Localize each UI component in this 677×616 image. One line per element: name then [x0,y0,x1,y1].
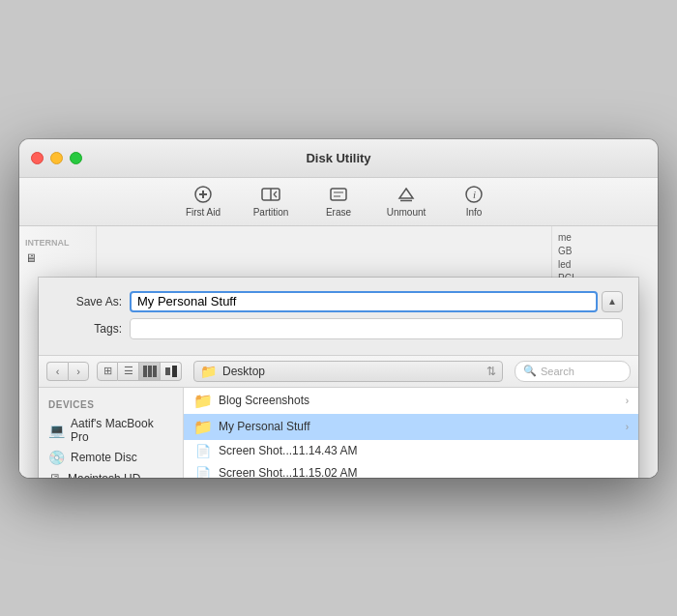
forward-button[interactable]: › [68,362,89,381]
toolbar-item-erase[interactable]: Erase [314,184,363,218]
tags-row: Tags: [54,318,623,339]
sidebar-item-macintosh-hd[interactable]: 🖥 Macintosh HD [39,468,183,478]
erase-label: Erase [326,207,351,218]
folder-blog-icon: 📁 [193,392,213,410]
file-name-my-personal-stuff: My Personal Stuff [219,420,620,433]
file-arrow-blog: › [626,396,629,406]
tags-label: Tags: [54,322,122,336]
save-as-label: Save As: [54,295,122,308]
toolbar: First Aid Partition Erase [19,178,658,226]
file-name-screenshot2: Screen Shot...11.15.02 AM [219,466,629,478]
disk-device-icon: 🖥 [25,251,37,265]
folder-icon: 📁 [200,364,217,379]
file-item-blog-screenshots[interactable]: 📁 Blog Screenshots › [184,388,638,414]
sidebar-panel: Devices 💻 Aatif's MacBook Pro 💿 Remote D… [39,388,184,478]
unmount-label: Unmount [387,207,427,218]
macbook-label: Aatif's MacBook Pro [71,417,173,444]
back-button[interactable]: ‹ [46,362,68,381]
browser-toolbar: ‹ › ⊞ ☰ [39,356,638,388]
folder-personal-icon: 📁 [193,418,213,436]
view-coverflow-button[interactable] [161,362,182,381]
sidebar-item-remote-disc[interactable]: 💿 Remote Disc [39,447,183,468]
svg-rect-5 [331,189,346,200]
save-sheet: Save As: ▲ Tags: ‹ [39,278,638,478]
unmount-icon [393,184,420,205]
screenshot1-icon: 📄 [193,444,213,458]
svg-rect-15 [172,366,177,377]
macintosh-hd-icon: 🖥 [48,471,62,478]
save-as-input[interactable] [130,291,598,312]
screenshot2-icon: 📄 [193,466,213,478]
disk-section-header: Internal [19,234,96,249]
svg-rect-12 [148,366,152,377]
remote-disc-label: Remote Disc [71,451,137,464]
expand-button[interactable]: ▲ [602,291,623,312]
toolbar-item-unmount[interactable]: Unmount [382,184,430,218]
file-item-screenshot2[interactable]: 📄 Screen Shot...11.15.02 AM [184,462,638,478]
save-as-input-container: ▲ [130,291,623,312]
disk-panel-row-me: me [558,232,652,243]
remote-disc-icon: 💿 [48,450,65,465]
toolbar-item-info[interactable]: i Info [450,184,498,218]
main-window: Disk Utility First Aid Partition [19,139,658,478]
title-bar: Disk Utility [19,139,658,178]
save-as-row: Save As: ▲ [54,291,623,312]
devices-section-title: Devices [39,396,183,414]
macbook-icon: 💻 [48,423,65,438]
window-controls [31,152,82,164]
window-title: Disk Utility [306,151,370,165]
first-aid-label: First Aid [186,207,221,218]
main-content: Internal 🖥 me GB led PCI Save As: [19,226,658,478]
partition-label: Partition [253,207,289,218]
svg-rect-11 [143,366,147,377]
view-column-button[interactable] [139,362,161,381]
location-label: Desktop [222,365,265,378]
search-icon: 🔍 [523,365,537,377]
sidebar-item-macbook[interactable]: 💻 Aatif's MacBook Pro [39,414,183,447]
file-name-blog-screenshots: Blog Screenshots [219,394,620,407]
file-list-area: Devices 💻 Aatif's MacBook Pro 💿 Remote D… [39,388,638,478]
file-item-my-personal-stuff[interactable]: 📁 My Personal Stuff › [184,414,638,440]
toolbar-item-partition[interactable]: Partition [247,184,295,218]
location-dropdown[interactable]: 📁 Desktop ⇅ [193,361,503,382]
disk-panel-row-gb: GB [558,246,652,256]
tags-input-container [130,318,623,339]
first-aid-icon [190,184,217,205]
svg-text:i: i [473,189,476,200]
macintosh-hd-label: Macintosh HD [68,472,140,478]
file-arrow-personal: › [626,422,629,432]
view-icon-button[interactable]: ⊞ [97,362,118,381]
search-placeholder: Search [541,366,574,377]
maximize-button[interactable] [70,152,82,164]
file-item-screenshot1[interactable]: 📄 Screen Shot...11.14.43 AM [184,440,638,462]
view-list-button[interactable]: ☰ [118,362,139,381]
tags-input[interactable] [130,318,623,339]
close-button[interactable] [31,152,44,164]
svg-rect-13 [153,366,157,377]
file-name-screenshot1: Screen Shot...11.14.43 AM [219,444,629,457]
save-dialog-header: Save As: ▲ Tags: [39,278,638,355]
toolbar-item-first-aid[interactable]: First Aid [179,184,227,218]
nav-buttons: ‹ › [46,362,89,381]
info-icon: i [460,184,487,205]
view-buttons: ⊞ ☰ [97,362,182,381]
file-browser: ‹ › ⊞ ☰ [39,355,638,478]
dropdown-arrows: ⇅ [486,365,496,378]
disk-panel-row-led: led [558,259,652,270]
partition-icon [257,184,284,205]
svg-rect-14 [165,367,170,375]
disk-device-row: 🖥 [19,249,96,267]
files-panel: 📁 Blog Screenshots › 📁 My Personal Stuff… [184,388,638,478]
erase-icon [325,184,352,205]
minimize-button[interactable] [50,152,63,164]
info-label: Info [466,207,483,218]
search-box[interactable]: 🔍 Search [515,361,631,382]
